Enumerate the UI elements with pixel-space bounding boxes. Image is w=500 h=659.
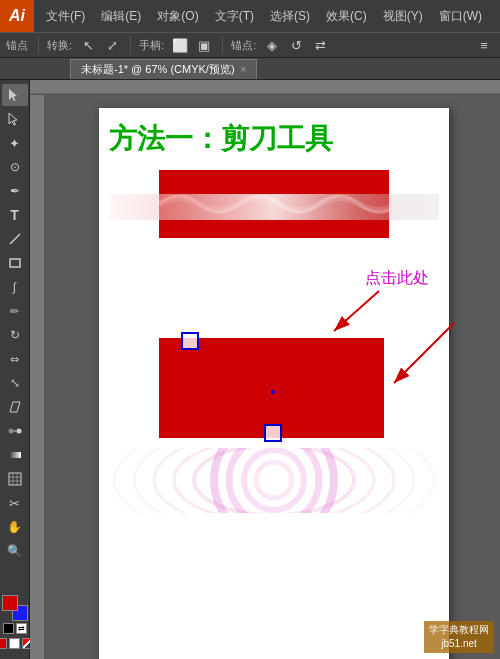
watermark-text: 学字典教程网jb51.net: [429, 624, 489, 649]
menu-object[interactable]: 对象(O): [151, 6, 204, 27]
tab-close-button[interactable]: ×: [241, 64, 247, 75]
app-logo: Ai: [0, 0, 34, 32]
rect2-wrapper: [159, 328, 389, 438]
menu-bar: 文件(F) 编辑(E) 对象(O) 文字(T) 选择(S) 效果(C) 视图(Y…: [40, 6, 492, 27]
default-color-swatch[interactable]: [3, 623, 14, 634]
swap-color-button[interactable]: ⇄: [16, 623, 27, 634]
toolbar-icon-2[interactable]: ⤢: [102, 35, 122, 55]
tool-gradient[interactable]: [2, 444, 28, 466]
toolbar-icon-4[interactable]: ▣: [194, 35, 214, 55]
tool-zoom[interactable]: 🔍: [2, 540, 28, 562]
tool-rect[interactable]: [2, 252, 28, 274]
fill-indicator[interactable]: [0, 638, 7, 649]
color-area: ⇄: [0, 595, 33, 655]
center-dot: [271, 390, 275, 394]
red-rectangle-1: [159, 170, 389, 238]
svg-rect-3: [10, 259, 20, 267]
top-toolbar: 锚点 转换: ↖ ⤢ 手柄: ⬜ ▣ 锚点: ◈ ↺ ⇄ ≡: [0, 32, 500, 58]
color-swatches[interactable]: [2, 595, 28, 621]
svg-point-27: [114, 448, 434, 513]
svg-marker-4: [10, 402, 20, 412]
tool-type[interactable]: T: [2, 204, 28, 226]
wavy-bottom-area: [99, 448, 449, 513]
selection-handle-br: [264, 424, 282, 442]
tool-hand[interactable]: ✋: [2, 516, 28, 538]
selection-handle-tl: [181, 332, 199, 350]
tool-scissors[interactable]: ✂: [2, 492, 28, 514]
color-reset: ⇄: [3, 623, 27, 634]
toolbar-sep-1: [38, 36, 39, 54]
toolbar-icon-3[interactable]: ⬜: [170, 35, 190, 55]
toolbar-icon-right-1[interactable]: ≡: [474, 35, 494, 55]
svg-marker-0: [9, 89, 17, 101]
tool-shear[interactable]: [2, 396, 28, 418]
svg-point-21: [244, 450, 304, 510]
tool-reflect[interactable]: ⇔: [2, 348, 28, 370]
tool-pencil[interactable]: ✏: [2, 300, 28, 322]
toolbar-sep-2: [130, 36, 131, 54]
tool-mesh[interactable]: [2, 468, 28, 490]
svg-point-24: [174, 448, 374, 513]
document-tab[interactable]: 未标题-1* @ 67% (CMYK/预览) ×: [70, 59, 257, 79]
tool-blend[interactable]: [2, 420, 28, 442]
tool-magic-wand[interactable]: ✦: [2, 132, 28, 154]
stroke-indicator[interactable]: [9, 638, 20, 649]
svg-point-5: [8, 429, 13, 434]
toolbar-icon-5[interactable]: ◈: [262, 35, 282, 55]
tool-brush[interactable]: ∫: [2, 276, 28, 298]
tab-bar: 未标题-1* @ 67% (CMYK/预览) ×: [0, 58, 500, 80]
wavy-overlay-1: [159, 188, 389, 220]
arrow-to-br: [374, 318, 474, 398]
menu-effect[interactable]: 效果(C): [320, 6, 373, 27]
transform-label: 转换:: [47, 38, 72, 53]
svg-line-16: [334, 291, 379, 331]
canvas-area: 方法一：剪刀工具 点击此处: [30, 80, 500, 659]
spacer-1: [99, 238, 449, 268]
tool-lasso[interactable]: ⊙: [2, 156, 28, 178]
toolbar-icon-1[interactable]: ↖: [78, 35, 98, 55]
svg-point-22: [256, 462, 292, 498]
tool-scale[interactable]: ⤡: [2, 372, 28, 394]
foreground-color-swatch[interactable]: [2, 595, 18, 611]
svg-rect-8: [9, 452, 21, 458]
artboard-title: 方法一：剪刀工具: [99, 108, 449, 164]
svg-line-18: [394, 323, 454, 383]
menu-select[interactable]: 选择(S): [264, 6, 316, 27]
toolbar-icon-7[interactable]: ⇄: [310, 35, 330, 55]
red-rectangle-2: [159, 338, 384, 438]
menu-file[interactable]: 文件(F): [40, 6, 91, 27]
watermark: 学字典教程网jb51.net: [424, 621, 494, 653]
artboard: 方法一：剪刀工具 点击此处: [99, 108, 449, 659]
tool-rotate[interactable]: ↻: [2, 324, 28, 346]
tool-direct-select[interactable]: [2, 108, 28, 130]
wavy-bottom-svg: [99, 448, 449, 513]
menu-type[interactable]: 文字(T): [209, 6, 260, 27]
toolbar-sep-3: [222, 36, 223, 54]
tool-select[interactable]: [2, 84, 28, 106]
ruler-left: [30, 95, 45, 659]
menu-edit[interactable]: 编辑(E): [95, 6, 147, 27]
main-area: ✦ ⊙ ✒ T ∫ ✏ ↻ ⇔ ⤡: [0, 80, 500, 659]
svg-rect-9: [9, 473, 21, 485]
svg-line-2: [10, 234, 20, 244]
toolbar-icon-6[interactable]: ↺: [286, 35, 306, 55]
tool-pen[interactable]: ✒: [2, 180, 28, 202]
ruler-top: [30, 80, 500, 95]
title-bar: Ai 文件(F) 编辑(E) 对象(O) 文字(T) 选择(S) 效果(C) 视…: [0, 0, 500, 32]
tool-line[interactable]: [2, 228, 28, 250]
svg-point-6: [16, 429, 21, 434]
menu-view[interactable]: 视图(Y): [377, 6, 429, 27]
tab-title: 未标题-1* @ 67% (CMYK/预览): [81, 62, 235, 77]
rect1-container: [159, 170, 389, 238]
anchor-label2: 锚点:: [231, 38, 256, 53]
handle-label: 手柄:: [139, 38, 164, 53]
svg-point-26: [134, 448, 414, 513]
anchor-label: 锚点: [6, 38, 28, 53]
svg-marker-1: [9, 113, 17, 125]
left-toolbar: ✦ ⊙ ✒ T ∫ ✏ ↻ ⇔ ⤡: [0, 80, 30, 659]
menu-window[interactable]: 窗口(W): [433, 6, 488, 27]
